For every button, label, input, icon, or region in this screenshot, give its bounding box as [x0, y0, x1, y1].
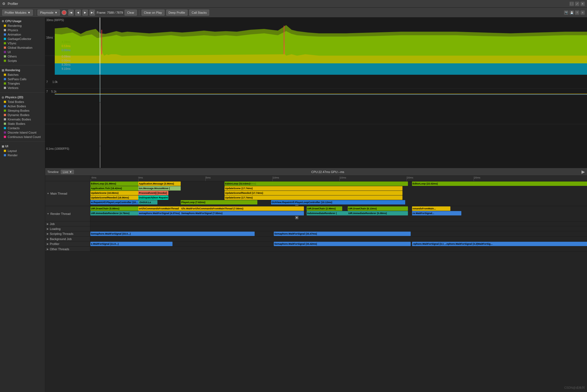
color-dot-vertices	[4, 87, 6, 89]
render-thread-timeline[interactable]: UIR.DrawChain (5.88ms) orGfxCommandsFrom…	[90, 206, 587, 221]
thread-row-main-header: ▼ Main Thread EditorLoop (21.98ms) Appli…	[45, 181, 587, 206]
thread-row-other-threads: ▶ Other Threads	[45, 247, 587, 252]
rendering-chart-panel[interactable]: 7 1.0k 7 5.1k	[45, 75, 587, 102]
other-threads-label[interactable]: ▶ Other Threads	[45, 247, 90, 251]
ui-section-header[interactable]: ▣ UI	[0, 144, 45, 149]
sidebar-item-active-bodies[interactable]: Active Bodies	[0, 104, 45, 108]
item-label-contacts: Contacts	[8, 126, 19, 130]
sidebar-item-render[interactable]: Render	[0, 153, 45, 157]
color-dot-layout	[4, 150, 6, 152]
job-thread-label[interactable]: ▶ Job	[45, 221, 90, 226]
cpu-chart-svg	[45, 18, 587, 75]
clear-on-play-button[interactable]: Clear on Play	[142, 10, 165, 16]
save-icon[interactable]: 💾	[569, 10, 574, 15]
deep-profile-button[interactable]: Deep Profile	[166, 10, 188, 16]
sidebar-item-ui[interactable]: UI	[0, 50, 45, 54]
background-job-timeline[interactable]	[90, 237, 587, 241]
sidebar-item-dynamic-bodies[interactable]: Dynamic Bodies	[0, 113, 45, 117]
timeline-section: Timeline Live ▼ CPU:22.47ms GPU:--ms ▶ -…	[45, 168, 587, 392]
item-label-gc: GarbageCollector	[8, 37, 31, 41]
thread-bar[interactable]: Application.Message (3.96ms)	[138, 181, 181, 186]
maximize-icon[interactable]: ⤢	[575, 2, 579, 6]
expand-loading[interactable]: ▶	[47, 227, 49, 230]
svg-rect-8	[284, 26, 284, 54]
expand-scripting[interactable]: ▶	[47, 232, 49, 235]
call-stacks-button[interactable]: Call Stacks	[189, 10, 209, 16]
sidebar-item-sleeping-bodies[interactable]: Sleeping Bodies	[0, 108, 45, 113]
sidebar-item-static-bodies[interactable]: Static Bodies	[0, 122, 45, 126]
profiler-modules-dropdown[interactable]: Profiler Modules ▼	[2, 10, 33, 16]
scripting-timeline[interactable]: Semaphore.WaitForSignal (33.0...) Semaph…	[90, 231, 587, 236]
cpu-val-other3: 9.10ms	[62, 67, 71, 71]
prev-frame-button[interactable]: ◀	[75, 10, 81, 16]
expand-render-thread[interactable]: ▼	[47, 212, 49, 215]
ui-chart-panel[interactable]: 0.1ms (10000FPS)	[45, 146, 587, 168]
sidebar-item-physics[interactable]: Physics	[0, 28, 45, 32]
sidebar-item-total-bodies[interactable]: Total Bodies	[0, 100, 45, 104]
sidebar-item-gi[interactable]: Global Illumination	[0, 45, 45, 50]
physics-section-header[interactable]: ◎ Physics (2D)	[0, 95, 45, 100]
sidebar-item-others[interactable]: Others	[0, 54, 45, 59]
main-thread-label[interactable]: ▼ Main Thread	[45, 181, 90, 206]
thread-bar[interactable]: ProcessEvent() [Invoke]	[138, 191, 168, 195]
record-button[interactable]	[62, 10, 67, 15]
sidebar-item-setpass[interactable]: SetPass Calls	[0, 77, 45, 81]
sidebar-item-kinematic-bodies[interactable]: Kinematic Bodies	[0, 117, 45, 122]
loading-timeline[interactable]	[90, 226, 587, 231]
sidebar-item-vertices[interactable]: Vertices	[0, 86, 45, 90]
help-icon[interactable]: ?	[575, 10, 579, 15]
expand-other-threads[interactable]: ▶	[47, 248, 49, 250]
close-icon[interactable]: ✕	[580, 2, 585, 6]
clear-button[interactable]: Clear	[125, 10, 137, 16]
other-threads-timeline[interactable]	[90, 247, 587, 251]
chevron-down-icon: ▼	[27, 11, 30, 14]
tick-mark-10	[272, 179, 273, 181]
prev-frame-start-button[interactable]: |◀	[68, 10, 74, 16]
dropdown-marker[interactable]: ▼	[295, 205, 298, 206]
screenshot-icon[interactable]: 📷	[564, 10, 568, 15]
profiler-thread-timeline[interactable]: s.WaitForSignal (11.0...) Semaphore.Wait…	[90, 241, 587, 246]
timeline-content[interactable]: ▼ Main Thread EditorLoop (21.98ms) Appli…	[45, 181, 587, 392]
main-thread-timeline[interactable]: EditorLoop (21.98ms) Application.Message…	[90, 181, 587, 206]
job-timeline[interactable]	[90, 221, 587, 226]
sidebar-item-batches[interactable]: Batches	[0, 73, 45, 77]
rendering-section: ▤ Rendering Batches SetPass Calls Triang…	[0, 67, 45, 91]
sidebar-item-rendering[interactable]: Rendering	[0, 24, 45, 28]
loading-thread-label[interactable]: ▶ Loading	[45, 226, 90, 231]
sidebar-item-vsync[interactable]: VSync	[0, 41, 45, 45]
playmode-dropdown[interactable]: Playmode ▼	[38, 10, 60, 16]
sidebar-item-scripts[interactable]: Scripts	[0, 59, 45, 63]
profiler-thread-label[interactable]: ▶ Profiler	[45, 241, 90, 246]
expand-job[interactable]: ▶	[47, 223, 49, 225]
thread-bar: UpdateSceneIfNeeded (18.06ms)	[90, 195, 138, 200]
sidebar-item-continuous-island[interactable]: Continuous Island Count	[0, 135, 45, 139]
menu-icon[interactable]: ≡	[580, 10, 585, 15]
scripting-thread-label[interactable]: ▶ Scripting Threads	[45, 231, 90, 236]
sidebar-item-animation[interactable]: Animation	[0, 32, 45, 37]
settings-icon[interactable]: ⋮⋮	[569, 2, 574, 6]
expand-profiler-thread[interactable]: ▶	[47, 243, 49, 245]
rendering-section-header[interactable]: ▤ Rendering	[0, 68, 45, 73]
item-label-rendering: Rendering	[8, 24, 22, 27]
sidebar-item-gc[interactable]: GarbageCollector	[0, 37, 45, 41]
physics-chart-panel[interactable]	[45, 102, 587, 146]
thread-bar[interactable]: DoDispatch(Non Repaint	[138, 195, 168, 200]
dropdown-marker2[interactable]: ▼	[295, 216, 298, 219]
next-frame-button[interactable]: ▶	[82, 10, 88, 16]
item-label-gi: Global Illumination	[8, 46, 33, 49]
cpu-chart-panel[interactable]: 33ms (30FPS) 16ms 4.39ms 0.53ms 0.00ms 0…	[45, 18, 587, 75]
background-job-label[interactable]: ▶ Background Job	[45, 237, 90, 241]
cpu-icon: ⚙	[2, 20, 4, 23]
timeline-mode-dropdown[interactable]: Live ▼	[61, 170, 74, 174]
timeline-expand-icon[interactable]: ▶	[582, 169, 585, 174]
expand-background-job[interactable]: ▶	[47, 238, 49, 240]
sidebar-item-discrete-island[interactable]: Discrete Island Count	[0, 130, 45, 135]
thread-bar: nmandsFromMain...	[412, 206, 450, 211]
sidebar-item-triangles[interactable]: Triangles	[0, 81, 45, 86]
next-frame-end-button[interactable]: ▶|	[90, 10, 95, 16]
cpu-section-header[interactable]: ⚙ CPU Usage	[0, 19, 45, 24]
sidebar-item-contacts[interactable]: Contacts	[0, 126, 45, 130]
render-thread-label[interactable]: ▼ Render Thread	[45, 206, 90, 221]
sidebar-item-layout[interactable]: Layout	[0, 149, 45, 153]
expand-main-thread[interactable]: ▼	[47, 192, 49, 195]
